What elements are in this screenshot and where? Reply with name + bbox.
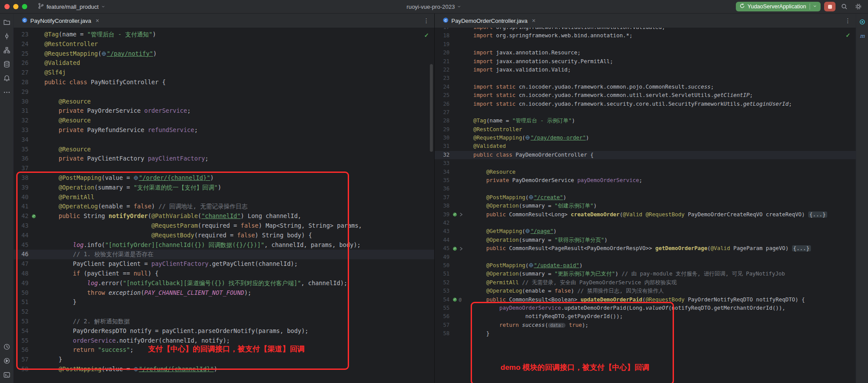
code-text[interactable]: @RequestBody(required = false) String bo… bbox=[44, 231, 434, 240]
line-number[interactable]: 30 bbox=[14, 97, 29, 107]
gutter[interactable]: 48 bbox=[14, 269, 44, 279]
code-text[interactable]: @Resource bbox=[44, 145, 434, 154]
code-line[interactable]: 40 @PermitAll bbox=[14, 193, 434, 202]
code-text[interactable]: notifyReqDTO.getPayOrderId()); bbox=[473, 312, 856, 321]
code-line[interactable]: 57 } bbox=[14, 355, 434, 365]
close-window-button[interactable] bbox=[4, 4, 10, 9]
line-number[interactable]: 33 bbox=[435, 159, 450, 168]
line-number[interactable]: 39 bbox=[14, 183, 29, 193]
code-text[interactable]: @Validated bbox=[473, 142, 856, 150]
stop-button[interactable] bbox=[824, 2, 836, 11]
gutter[interactable]: 57 bbox=[435, 321, 473, 329]
code-line[interactable]: 53 @OperateLog(enable = false) // 禁用操作日志… bbox=[435, 287, 856, 295]
code-line[interactable]: 34 @Resource bbox=[435, 168, 856, 176]
line-number[interactable]: 54 bbox=[14, 326, 29, 336]
line-number[interactable]: 34 bbox=[14, 135, 29, 145]
gutter[interactable]: 55 bbox=[14, 336, 44, 346]
line-number[interactable]: 36 bbox=[14, 154, 29, 164]
line-number[interactable]: 43 bbox=[435, 227, 450, 236]
code-text[interactable] bbox=[44, 135, 434, 145]
code-text[interactable] bbox=[473, 108, 856, 117]
gutter[interactable]: 26 bbox=[435, 100, 473, 108]
gutter[interactable]: 56 bbox=[14, 345, 44, 355]
code-text[interactable]: public CommonResult<PageResult<PayDemoOr… bbox=[473, 244, 856, 253]
code-line[interactable]: 24@RestController bbox=[14, 39, 434, 49]
code-line[interactable]: 27@Slf4j bbox=[14, 68, 434, 78]
minimize-window-button[interactable] bbox=[13, 4, 18, 9]
code-line[interactable]: 54@ public CommonResult<Boolean> updateD… bbox=[435, 296, 856, 304]
gutter[interactable]: 51 bbox=[14, 297, 44, 307]
line-number[interactable]: 36 bbox=[435, 185, 450, 193]
gutter[interactable]: 40 bbox=[14, 193, 44, 202]
line-number[interactable]: 34 bbox=[435, 168, 450, 176]
code-text[interactable]: @Resource bbox=[44, 97, 434, 107]
code-line[interactable]: 50 throw exception(PAY_CHANNEL_CLIENT_NO… bbox=[14, 288, 434, 298]
code-line[interactable]: 19 bbox=[435, 40, 856, 49]
code-text[interactable]: @Operation(summary = "更新示例订单为已支付") // 由 … bbox=[473, 270, 856, 278]
line-number[interactable]: 31 bbox=[435, 142, 450, 150]
gutter[interactable]: 45 bbox=[435, 244, 473, 253]
line-number[interactable]: 54 bbox=[435, 296, 450, 304]
code-text[interactable]: @RequestMapping("/pay/demo-order") bbox=[473, 134, 856, 142]
code-line[interactable]: 37 bbox=[14, 164, 434, 173]
gutter[interactable]: 26 bbox=[14, 58, 44, 68]
line-number[interactable]: 25 bbox=[435, 91, 450, 100]
code-line[interactable]: 22import javax.validation.Valid; bbox=[435, 66, 856, 74]
code-line[interactable]: 25@RequestMapping("/pay/notify") bbox=[14, 49, 434, 59]
gutter[interactable]: 23 bbox=[14, 30, 44, 39]
gutter[interactable]: 39 bbox=[14, 183, 44, 193]
line-number[interactable]: 24 bbox=[435, 83, 450, 91]
code-line[interactable]: 53 // 2. 解析通知数据 bbox=[14, 317, 434, 326]
code-line[interactable]: 48 if (payClient == null) { bbox=[14, 269, 434, 279]
gutter[interactable]: 47 bbox=[14, 259, 44, 269]
project-widget[interactable]: ruoyi-vue-pro-2023 bbox=[403, 2, 465, 11]
inspections-status-icon[interactable]: ✓ bbox=[846, 32, 850, 39]
line-number[interactable]: 38 bbox=[435, 202, 450, 210]
code-text[interactable] bbox=[44, 87, 434, 97]
code-text[interactable]: @Slf4j bbox=[44, 68, 434, 78]
code-line[interactable]: 44 @RequestBody(required = false) String… bbox=[14, 231, 434, 240]
code-line[interactable]: 34 bbox=[14, 135, 434, 145]
line-number[interactable]: 20 bbox=[435, 49, 450, 57]
code-line[interactable]: 49 bbox=[435, 253, 856, 261]
code-line[interactable]: 32public class PayDemoOrderController { bbox=[435, 151, 856, 159]
gutter[interactable]: 27 bbox=[435, 108, 473, 117]
code-text[interactable] bbox=[473, 74, 856, 82]
code-line[interactable]: 50 @PostMapping("/update-paid") bbox=[435, 261, 856, 270]
notifications-icon[interactable] bbox=[1, 72, 12, 84]
line-number[interactable]: 21 bbox=[435, 57, 450, 66]
code-line[interactable]: 30 @Resource bbox=[14, 97, 434, 107]
code-editor[interactable]: 23@Tag(name = "管理后台 - 支付通知")24@RestContr… bbox=[14, 28, 434, 383]
gutter[interactable]: 28 bbox=[435, 117, 473, 125]
code-text[interactable]: import static cn.iocoder.yudao.framework… bbox=[473, 83, 856, 91]
line-number[interactable]: 35 bbox=[14, 145, 29, 154]
code-text[interactable]: if (payClient == null) { bbox=[44, 269, 434, 279]
gutter[interactable]: 52 bbox=[435, 279, 473, 287]
code-line[interactable]: 20import javax.annotation.Resource; bbox=[435, 49, 856, 57]
line-number[interactable]: 53 bbox=[435, 287, 450, 295]
code-line[interactable]: 32 @Resource bbox=[14, 116, 434, 125]
code-line[interactable]: 35 @Resource bbox=[14, 145, 434, 154]
code-text[interactable]: throw exception(PAY_CHANNEL_CLIENT_NOT_F… bbox=[44, 288, 434, 298]
line-number[interactable]: 30 bbox=[435, 134, 450, 142]
scrollbar-thumb[interactable] bbox=[430, 64, 433, 152]
code-text[interactable]: return success(data: true); bbox=[473, 321, 856, 329]
line-number[interactable]: 58 bbox=[14, 365, 29, 374]
line-number[interactable]: 39 bbox=[435, 211, 450, 219]
code-text[interactable]: } bbox=[473, 329, 856, 338]
code-line[interactable]: 52 bbox=[14, 307, 434, 317]
line-number[interactable]: 23 bbox=[435, 74, 450, 82]
code-text[interactable]: // 2. 解析通知数据 bbox=[44, 317, 434, 326]
line-number[interactable]: 57 bbox=[435, 321, 450, 329]
gutter[interactable]: 31 bbox=[435, 142, 473, 150]
maximize-window-button[interactable] bbox=[22, 4, 27, 9]
gutter[interactable]: 34 bbox=[435, 168, 473, 176]
gutter[interactable]: 42 bbox=[435, 219, 473, 227]
gutter[interactable]: 19 bbox=[435, 40, 473, 49]
gutter[interactable]: 58 bbox=[14, 365, 44, 374]
gutter[interactable]: 45 bbox=[14, 240, 44, 250]
code-text[interactable] bbox=[44, 164, 434, 173]
code-text[interactable]: @RestController bbox=[473, 125, 856, 134]
code-line[interactable]: 28public class PayNotifyController { bbox=[14, 78, 434, 87]
code-line[interactable]: 42 public String notifyOrder(@PathVariab… bbox=[14, 211, 434, 221]
